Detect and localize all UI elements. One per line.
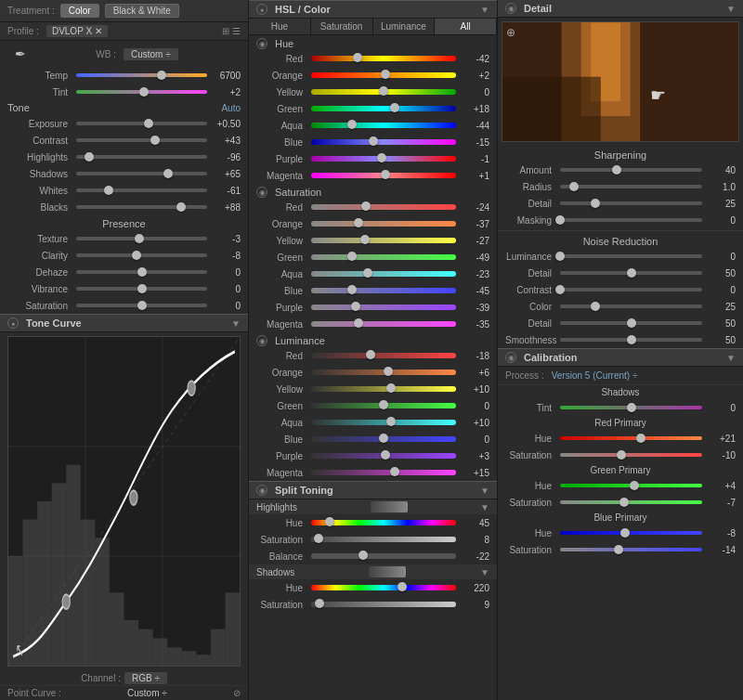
wb-value[interactable]: Custom ÷ xyxy=(124,48,178,60)
sharpen-detail-slider[interactable] xyxy=(560,201,702,205)
tab-saturation[interactable]: Saturation xyxy=(311,19,373,34)
sat-purple-slider[interactable] xyxy=(311,305,456,310)
hsl-eye[interactable]: ● xyxy=(256,4,267,15)
smoothness-slider[interactable] xyxy=(560,338,702,342)
lum-yellow-slider[interactable] xyxy=(311,386,456,392)
hue-aqua-slider[interactable] xyxy=(311,123,456,128)
sat-aqua-slider[interactable] xyxy=(311,271,456,277)
sat-green-slider[interactable] xyxy=(311,254,456,260)
balance-slider[interactable] xyxy=(311,553,456,559)
profile-value[interactable]: DVLOP X ✕ xyxy=(46,25,108,37)
point-curve-edit-icon[interactable]: ⊘ xyxy=(233,688,241,698)
detail-collapse[interactable]: ▼ xyxy=(726,4,736,14)
balance-row: Balance -22 xyxy=(249,548,497,564)
nr-contrast-slider[interactable] xyxy=(560,288,702,292)
sharpen-masking-slider[interactable] xyxy=(560,218,702,222)
blue-sat-slider[interactable] xyxy=(560,548,702,551)
tone-auto-btn[interactable]: Auto xyxy=(221,103,241,113)
temp-slider[interactable] xyxy=(76,73,207,77)
calibration-collapse[interactable]: ▼ xyxy=(726,353,736,363)
contrast-slider[interactable] xyxy=(76,138,207,142)
point-curve-value[interactable]: Custom ÷ xyxy=(127,688,167,698)
process-value[interactable]: Version 5 (Current) ÷ xyxy=(552,370,638,381)
sat-blue-slider[interactable] xyxy=(311,288,456,293)
sat-yellow-slider[interactable] xyxy=(311,238,456,243)
tone-curve-collapse[interactable]: ▼ xyxy=(231,318,241,329)
lum-aqua-slider[interactable] xyxy=(311,420,456,425)
lum-green-slider[interactable] xyxy=(311,403,456,408)
preview-image: ☛ ⊕ xyxy=(502,21,739,142)
shadows-hue-slider[interactable] xyxy=(311,585,456,590)
split-toning-collapse[interactable]: ▼ xyxy=(480,486,489,496)
sharpen-radius-slider[interactable] xyxy=(560,185,702,188)
vibrance-slider[interactable] xyxy=(76,287,207,291)
lum-yellow-value: +10 xyxy=(460,384,489,395)
detail-eye[interactable]: ◉ xyxy=(505,3,516,14)
tab-all[interactable]: All xyxy=(435,19,497,34)
tone-curve-eye[interactable]: ● xyxy=(7,318,19,329)
texture-slider[interactable] xyxy=(76,237,207,240)
hsl-collapse[interactable]: ▼ xyxy=(480,5,489,15)
hue-blue-slider[interactable] xyxy=(311,139,456,145)
shadows-slider[interactable] xyxy=(76,172,207,175)
shadows-arrow[interactable]: ▼ xyxy=(480,567,489,577)
sat-magenta-slider[interactable] xyxy=(311,321,456,327)
lum-orange-slider[interactable] xyxy=(311,369,456,375)
sat-orange-slider[interactable] xyxy=(311,221,456,227)
sharpen-amount-slider[interactable] xyxy=(560,168,702,172)
nr-detail-row: Detail 50 xyxy=(498,265,743,281)
lum-magenta-slider[interactable] xyxy=(311,470,456,475)
green-sat-slider[interactable] xyxy=(560,500,702,504)
cd-detail-slider[interactable] xyxy=(560,321,702,325)
green-hue-row: Hue +4 xyxy=(498,477,743,494)
highlights-hue-row: Hue 45 xyxy=(249,514,497,531)
preview-expand-icon[interactable]: ⊕ xyxy=(506,26,515,39)
saturation-slider[interactable] xyxy=(76,304,207,307)
calibration-eye[interactable]: ◉ xyxy=(505,352,516,363)
channel-value[interactable]: RGB ÷ xyxy=(124,672,167,684)
nr-luminance-slider[interactable] xyxy=(560,254,702,258)
color-treatment-btn[interactable]: Color xyxy=(60,4,99,18)
red-sat-slider[interactable] xyxy=(560,453,702,457)
highlights-sat-slider[interactable] xyxy=(311,537,456,542)
bw-treatment-btn[interactable]: Black & White xyxy=(105,4,179,18)
lum-red-slider[interactable] xyxy=(311,353,456,358)
shadows-color-swatch[interactable] xyxy=(369,566,406,577)
lum-purple-slider[interactable] xyxy=(311,453,456,459)
split-eye[interactable]: ◉ xyxy=(256,485,267,496)
hue-purple-slider[interactable] xyxy=(311,156,456,162)
hue-orange-slider[interactable] xyxy=(311,72,456,78)
blacks-slider[interactable] xyxy=(76,205,207,209)
highlights-arrow[interactable]: ▼ xyxy=(480,502,489,512)
tone-curve-canvas[interactable]: ↖ xyxy=(7,336,241,667)
nr-detail-slider[interactable] xyxy=(560,271,702,275)
tint-slider[interactable] xyxy=(76,90,207,94)
blacks-row: Blacks +88 xyxy=(0,199,248,215)
red-hue-slider[interactable] xyxy=(560,436,702,440)
sat-red-slider[interactable] xyxy=(311,204,456,210)
point-curve-label: Point Curve : xyxy=(7,688,61,698)
tab-hue[interactable]: Hue xyxy=(249,19,311,34)
whites-slider[interactable] xyxy=(76,188,207,192)
clarity-slider[interactable] xyxy=(76,253,207,257)
shadows-sat-slider[interactable] xyxy=(311,602,456,607)
hue-yellow-slider[interactable] xyxy=(311,89,456,95)
sat-section-label: Saturation xyxy=(275,187,321,198)
highlights-slider[interactable] xyxy=(76,155,207,159)
dropper-icon[interactable]: ✒ xyxy=(15,46,26,61)
hue-red-slider[interactable] xyxy=(311,56,456,61)
dehaze-slider[interactable] xyxy=(76,270,207,274)
hue-green-slider[interactable] xyxy=(311,106,456,111)
highlights-color-swatch[interactable] xyxy=(371,501,408,512)
sat-red-label: Red xyxy=(256,202,307,213)
lum-green-row: Green 0 xyxy=(249,397,497,414)
hue-magenta-slider[interactable] xyxy=(311,173,456,178)
lum-blue-slider[interactable] xyxy=(311,436,456,442)
highlights-hue-slider[interactable] xyxy=(311,520,456,525)
tab-luminance[interactable]: Luminance xyxy=(373,19,436,34)
color-noise-slider[interactable] xyxy=(560,305,702,308)
green-hue-slider[interactable] xyxy=(560,484,702,487)
exposure-slider[interactable] xyxy=(76,122,207,125)
blue-hue-slider[interactable] xyxy=(560,531,702,535)
cal-shadows-tint-slider[interactable] xyxy=(560,406,702,409)
